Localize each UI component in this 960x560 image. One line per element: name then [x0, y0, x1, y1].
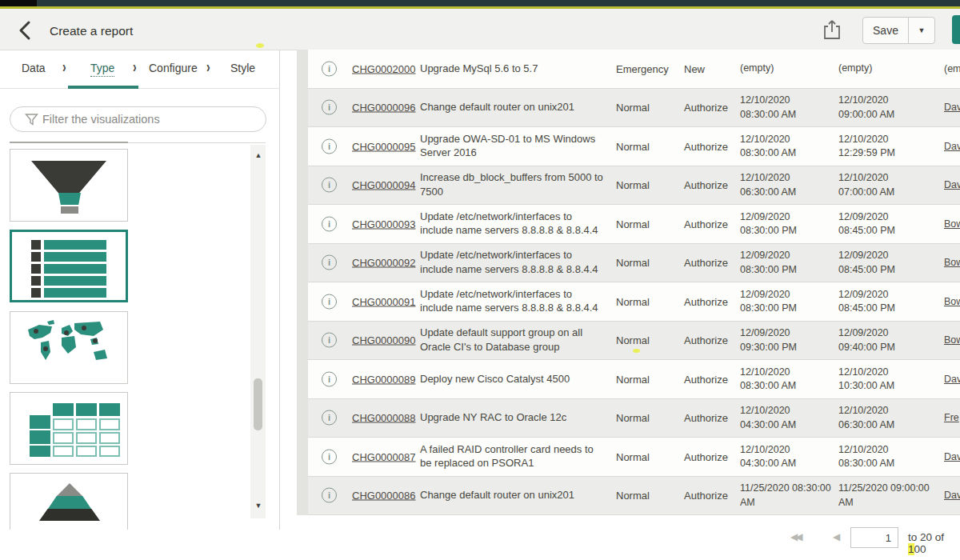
- table-row: i CHG0000091 Update /etc/network/interfa…: [308, 282, 960, 322]
- change-number-link[interactable]: CHG0002000: [352, 62, 418, 74]
- assignee-link[interactable]: Dav: [944, 141, 960, 152]
- funnel-chart-icon: [31, 161, 106, 193]
- top-strip-black-segment: [0, 0, 37, 6]
- assignee-link[interactable]: Bow: [944, 334, 960, 346]
- info-icon[interactable]: i: [322, 216, 337, 231]
- assignee-link[interactable]: Dav: [944, 374, 960, 385]
- info-icon[interactable]: i: [322, 488, 337, 503]
- info-icon[interactable]: i: [322, 255, 337, 270]
- save-button[interactable]: Save: [862, 17, 909, 44]
- viz-thumb-map[interactable]: [10, 311, 128, 384]
- change-number-link[interactable]: CHG0000092: [352, 257, 418, 269]
- priority-value: Normal: [616, 373, 676, 385]
- start-date: 12/10/2020 04:30:00 AM: [740, 442, 831, 470]
- start-date: 12/10/2020 06:30:00 AM: [740, 171, 831, 199]
- short-description: Change default router on unix201: [420, 100, 606, 114]
- start-date: 11/25/2020 08:30:00 AM: [740, 482, 831, 510]
- state-value: Authorize: [684, 257, 740, 269]
- visualization-filter-input[interactable]: Filter the visualizations: [10, 106, 266, 132]
- table-row: i CHG0000093 Update /etc/network/interfa…: [308, 205, 960, 244]
- change-number-link[interactable]: CHG0000096: [352, 102, 418, 114]
- priority-value: Normal: [616, 257, 676, 269]
- state-value: Authorize: [684, 295, 740, 307]
- info-icon[interactable]: i: [322, 333, 337, 348]
- change-number-link[interactable]: CHG0000091: [352, 295, 418, 307]
- scrolled-thumb-edge: [10, 142, 128, 143]
- viz-thumb-table[interactable]: [10, 392, 128, 465]
- run-button-clipped[interactable]: [952, 15, 960, 44]
- priority-value: Normal: [616, 412, 676, 424]
- table-scrollbar-track[interactable]: [297, 50, 308, 515]
- viz-scrollbar-track[interactable]: [250, 145, 266, 518]
- assignee-link[interactable]: Dav: [944, 451, 960, 462]
- viz-thumb-funnel[interactable]: [10, 149, 128, 222]
- step-configure[interactable]: Configure: [149, 62, 198, 74]
- info-icon[interactable]: i: [322, 61, 337, 76]
- info-icon[interactable]: i: [322, 138, 337, 154]
- table-row: i CHG0000088 Upgrade NY RAC to Oracle 12…: [308, 399, 960, 438]
- state-value: New: [684, 62, 740, 74]
- priority-value: Emergency: [616, 62, 676, 74]
- end-date: 12/10/2020 12:29:59 PM: [838, 132, 930, 160]
- change-number-link[interactable]: CHG0000087: [352, 450, 418, 462]
- short-description: Update default support group on all Orac…: [420, 326, 606, 354]
- change-number-link[interactable]: CHG0000095: [352, 140, 418, 152]
- short-description: Increase db_block_buffers from 5000 to 7…: [420, 171, 606, 199]
- start-date: 12/10/2020 04:30:00 AM: [740, 404, 831, 432]
- change-number-link[interactable]: CHG0000090: [352, 334, 418, 346]
- info-icon[interactable]: i: [322, 449, 337, 464]
- start-date: 12/10/2020 08:30:00 AM: [740, 132, 831, 160]
- info-icon[interactable]: i: [322, 294, 337, 309]
- start-date: 12/09/2020 08:30:00 PM: [740, 210, 831, 238]
- change-number-link[interactable]: CHG0000094: [352, 179, 418, 191]
- assignee-link[interactable]: Bow: [944, 257, 960, 268]
- report-designer-panel: Data › Type › Configure › Style Filter t…: [0, 50, 280, 530]
- change-number-link[interactable]: CHG0000088: [352, 412, 418, 424]
- step-type[interactable]: Type: [90, 62, 114, 77]
- state-value: Authorize: [684, 102, 740, 114]
- row-range-label: to 20 of 100: [908, 531, 960, 555]
- first-page-icon[interactable]: ◀◀: [790, 531, 800, 542]
- scroll-up-icon[interactable]: ▲: [253, 150, 264, 161]
- priority-value: Normal: [616, 140, 676, 152]
- assignee-link[interactable]: (empty): [944, 63, 960, 74]
- state-value: Authorize: [684, 218, 740, 230]
- previous-page-icon[interactable]: ◀: [833, 531, 840, 542]
- share-icon[interactable]: [822, 18, 843, 42]
- viz-thumb-list-selected[interactable]: [10, 230, 128, 302]
- change-number-link[interactable]: CHG0000089: [352, 373, 418, 385]
- back-chevron-icon[interactable]: [16, 20, 37, 41]
- step-data[interactable]: Data: [22, 62, 46, 74]
- table-row: i CHG0000086 Change default router on un…: [308, 477, 960, 516]
- info-icon[interactable]: i: [322, 100, 337, 115]
- assignee-link[interactable]: Bow: [944, 218, 960, 230]
- viz-scrollbar-thumb[interactable]: [254, 378, 262, 430]
- assignee-link[interactable]: Dav: [944, 179, 960, 190]
- scroll-down-icon[interactable]: ▼: [253, 500, 264, 511]
- start-date: 12/09/2020 08:30:00 PM: [740, 287, 831, 315]
- assignee-link[interactable]: Dav: [944, 490, 960, 501]
- start-date: 12/09/2020 09:30:00 PM: [740, 326, 831, 354]
- priority-value: Normal: [616, 218, 676, 230]
- info-icon[interactable]: i: [322, 371, 337, 386]
- assignee-link[interactable]: Dav: [944, 102, 960, 113]
- report-preview: i CHG0002000 Upgrade MySql 5.6 to 5.7 Em…: [281, 50, 960, 560]
- assignee-link[interactable]: Bow: [944, 296, 960, 307]
- change-number-link[interactable]: CHG0000086: [352, 490, 418, 502]
- start-date: 12/09/2020 08:30:00 PM: [740, 249, 831, 277]
- priority-value: Normal: [616, 334, 676, 346]
- save-dropdown-button[interactable]: ▼: [908, 17, 935, 44]
- step-style[interactable]: Style: [230, 62, 255, 74]
- change-number-link[interactable]: CHG0000093: [352, 218, 418, 230]
- page-number-input[interactable]: [850, 527, 898, 548]
- info-icon[interactable]: i: [322, 178, 337, 193]
- filter-placeholder: Filter the visualizations: [42, 113, 160, 126]
- assignee-link[interactable]: Fre: [944, 412, 960, 423]
- short-description: Update /etc/network/interfaces to includ…: [420, 210, 606, 238]
- highlighted-digit: 1: [908, 543, 914, 555]
- priority-value: Normal: [616, 295, 676, 307]
- state-value: Authorize: [684, 373, 740, 385]
- info-icon[interactable]: i: [322, 410, 337, 426]
- viz-thumb-pyramid[interactable]: [10, 473, 128, 530]
- priority-value: Normal: [616, 450, 676, 462]
